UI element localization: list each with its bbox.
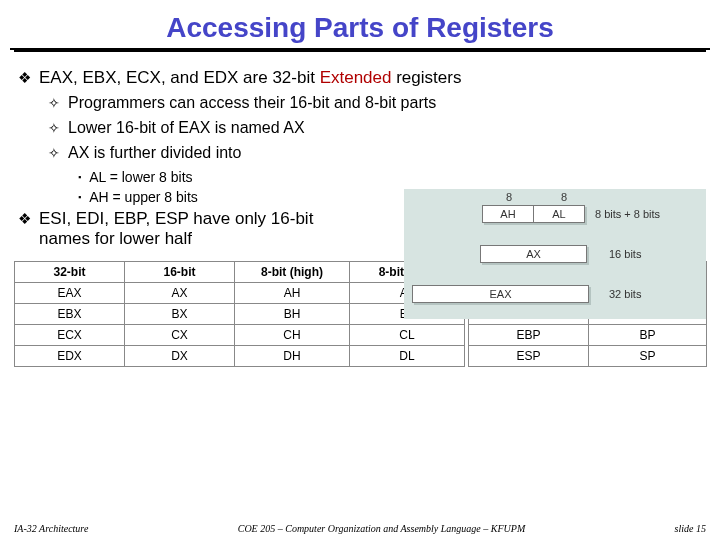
bullet-text: Programmers can access their 16-bit and … xyxy=(68,94,436,112)
bullet-text: AX is further divided into xyxy=(68,144,241,162)
col-8high: 8-bit (high) xyxy=(235,262,350,283)
txt: EAX, EBX, ECX, and EDX are 32-bit xyxy=(39,68,320,87)
reg-eax: EAX xyxy=(412,285,589,303)
bullet-sub-2: ✧ Lower 16-bit of EAX is named AX xyxy=(48,119,704,138)
diamond-open-icon: ✧ xyxy=(48,119,60,138)
square-icon: ▪ xyxy=(78,189,81,205)
reg-ah: AH xyxy=(482,205,534,223)
diamond-open-icon: ✧ xyxy=(48,144,60,163)
bullet-text: AH = upper 8 bits xyxy=(89,189,198,205)
table-row: EDXDXDHDLESPSP xyxy=(15,346,707,367)
txt: registers xyxy=(391,68,461,87)
reg-cell: EBX xyxy=(15,304,125,325)
reg-cell: ECX xyxy=(15,325,125,346)
reg-cell: SP xyxy=(589,346,707,367)
reg-cell: BH xyxy=(235,304,350,325)
bits-note: 16 bits xyxy=(609,248,641,260)
reg-cell: AH xyxy=(235,283,350,304)
reg-cell: ESP xyxy=(469,346,589,367)
ext-word: Extended xyxy=(320,68,392,87)
reg-cell: EDX xyxy=(15,346,125,367)
diamond-open-icon: ✧ xyxy=(48,94,60,113)
square-icon: ▪ xyxy=(78,169,81,185)
bullet-sub2-1: ▪ AL = lower 8 bits xyxy=(78,169,704,185)
reg-cell: EAX xyxy=(15,283,125,304)
reg-cell: BP xyxy=(589,325,707,346)
bits-note: 8 bits + 8 bits xyxy=(595,208,660,220)
reg-cell: DL xyxy=(350,346,465,367)
slide: Accessing Parts of Registers ❖ EAX, EBX,… xyxy=(0,0,720,540)
bullet-main-2: ❖ ESI, EDI, EBP, ESP have only 16-bit na… xyxy=(18,209,348,249)
reg-al: AL xyxy=(533,205,585,223)
bit-label-8: 8 xyxy=(506,191,512,203)
bullet-text: Lower 16-bit of EAX is named AX xyxy=(68,119,305,137)
reg-cell: EBP xyxy=(469,325,589,346)
bullet-main-1: ❖ EAX, EBX, ECX, and EDX are 32-bit Exte… xyxy=(18,68,704,88)
col-16bit: 16-bit xyxy=(125,262,235,283)
bullet-text: ESI, EDI, EBP, ESP have only 16-bit name… xyxy=(39,209,348,249)
slide-footer: IA-32 Architecture COE 205 – Computer Or… xyxy=(0,523,720,534)
reg-cell: CH xyxy=(235,325,350,346)
diamond-icon: ❖ xyxy=(18,68,31,88)
diamond-icon: ❖ xyxy=(18,209,31,229)
register-diagram: 8 8 AH AL 8 bits + 8 bits AX 16 bits EAX… xyxy=(404,189,706,319)
table-row: ECXCXCHCLEBPBP xyxy=(15,325,707,346)
reg-ax: AX xyxy=(480,245,587,263)
reg-cell: DH xyxy=(235,346,350,367)
reg-cell: DX xyxy=(125,346,235,367)
footer-left: IA-32 Architecture xyxy=(14,523,88,534)
col-32bit: 32-bit xyxy=(15,262,125,283)
reg-cell: CL xyxy=(350,325,465,346)
bullet-sub-1: ✧ Programmers can access their 16-bit an… xyxy=(48,94,704,113)
footer-center: COE 205 – Computer Organization and Asse… xyxy=(88,523,674,534)
reg-cell: BX xyxy=(125,304,235,325)
reg-cell: CX xyxy=(125,325,235,346)
bullet-sub-3: ✧ AX is further divided into xyxy=(48,144,704,163)
bits-note: 32 bits xyxy=(609,288,641,300)
footer-right: slide 15 xyxy=(675,523,706,534)
reg-cell: AX xyxy=(125,283,235,304)
bullet-text: AL = lower 8 bits xyxy=(89,169,192,185)
page-title: Accessing Parts of Registers xyxy=(10,6,710,50)
bit-label-8: 8 xyxy=(561,191,567,203)
bullet-text: EAX, EBX, ECX, and EDX are 32-bit Extend… xyxy=(39,68,461,88)
